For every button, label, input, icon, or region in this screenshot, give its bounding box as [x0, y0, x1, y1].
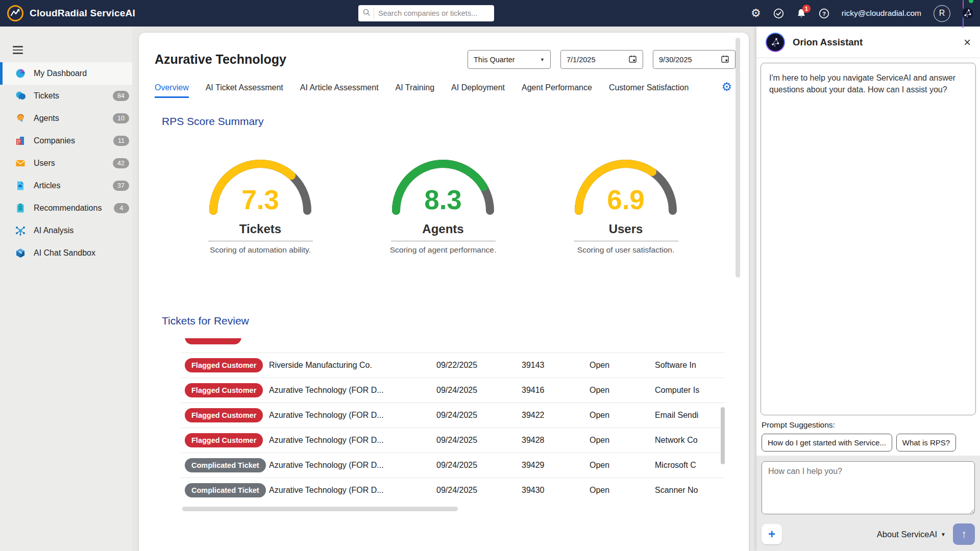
tab-ai-ticket-assessment[interactable]: AI Ticket Assessment	[206, 83, 283, 98]
sidebar-count-badge: 4	[114, 203, 129, 213]
search-divider	[374, 8, 374, 18]
prompt-suggestions-label: Prompt Suggestions:	[762, 420, 975, 430]
svg-text:?: ?	[822, 10, 826, 16]
close-icon[interactable]: ×	[964, 36, 971, 48]
table-horizontal-scrollbar[interactable]	[182, 507, 458, 511]
prompt-suggestions: Prompt Suggestions: How do I get started…	[756, 417, 980, 456]
tickets-review-table[interactable]: Flagged Customer Riverside Manufacturing…	[181, 338, 725, 511]
cell-company: Azurative Technology (FOR D...	[265, 461, 436, 470]
chevron-down-icon: ▼	[941, 532, 946, 537]
chat-bubbles-icon	[15, 90, 26, 102]
search-input[interactable]	[378, 9, 490, 17]
chat-input[interactable]	[762, 461, 975, 514]
calendar-icon	[721, 55, 729, 65]
user-avatar[interactable]: R	[934, 5, 950, 22]
table-vertical-scrollbar[interactable]	[721, 407, 725, 464]
top-navbar: CloudRadial ServiceAI ⚙ 1 ? ricky@cloudr…	[0, 0, 980, 27]
sidebar-item-recommendations[interactable]: Recommendations 4	[0, 197, 132, 219]
rps-score-summary-heading: RPS Score Summary	[162, 115, 749, 128]
table-row[interactable]: Flagged Customer Azurative Technology (F…	[181, 403, 725, 428]
table-row[interactable]: Flagged Customer Riverside Manufacturing…	[181, 353, 725, 378]
cell-date: 09/24/2025	[436, 461, 522, 470]
main-vertical-scrollbar[interactable]	[736, 33, 740, 538]
person-icon	[15, 113, 26, 124]
date-from-input[interactable]: 7/1/2025	[560, 50, 643, 69]
gauge-agents: 8.3 Agents Scoring of agent performance.	[366, 155, 520, 255]
suggestion-chip-what-is-rps[interactable]: What is RPS?	[896, 434, 956, 452]
sidebar-item-label: Tickets	[34, 91, 59, 101]
network-nodes-icon	[15, 225, 26, 236]
sidebar-item-tickets[interactable]: Tickets 84	[0, 85, 132, 107]
sidebar-item-label: AI Analysis	[34, 226, 74, 235]
table-row[interactable]: Complicated Ticket Azurative Technology …	[181, 453, 725, 478]
sidebar-item-label: AI Chat Sandbox	[34, 248, 95, 258]
table-row[interactable]: Flagged Customer Azurative Technology (F…	[181, 378, 725, 403]
gauge-label: Tickets	[184, 222, 337, 236]
sidebar-item-ai-chat-sandbox[interactable]: AI Chat Sandbox	[0, 242, 132, 264]
scope-select[interactable]: About ServiceAI ▼	[877, 530, 946, 539]
orion-constellation-icon	[963, 8, 973, 18]
gauge-description: Scoring of user satisfaction.	[549, 245, 702, 255]
cell-category: Computer Is	[655, 386, 701, 395]
tab-settings-gear-icon[interactable]: ⚙	[721, 80, 732, 94]
sidebar-item-users[interactable]: Users 42	[0, 152, 132, 174]
sidebar-item-ai-analysis[interactable]: AI Analysis	[0, 219, 132, 242]
help-circle-icon[interactable]: ?	[819, 8, 829, 19]
flagged-customer-badge: Flagged Customer	[185, 383, 263, 397]
tab-ai-deployment[interactable]: AI Deployment	[451, 83, 505, 98]
tabs-bar: Overview AI Ticket Assessment AI Article…	[139, 69, 749, 98]
cell-status: Open	[590, 386, 655, 395]
sidebar-count-badge: 11	[113, 136, 129, 146]
gauge-tickets: 7.3 Tickets Scoring of automation abilit…	[184, 155, 337, 255]
document-icon	[15, 180, 26, 191]
sidebar-item-agents[interactable]: Agents 10	[0, 107, 132, 130]
tab-agent-performance[interactable]: Agent Performance	[522, 83, 592, 98]
sidebar-item-label: My Dashboard	[34, 69, 87, 78]
suggestion-chip-get-started[interactable]: How do I get started with Service...	[762, 434, 892, 452]
gauge-rule	[574, 241, 678, 241]
cell-date: 09/24/2025	[436, 486, 522, 495]
cell-category: Scanner No	[655, 486, 701, 495]
global-search[interactable]	[358, 5, 494, 21]
chevron-down-icon: ▼	[540, 57, 545, 62]
notifications-bell-icon[interactable]: 1	[796, 8, 806, 19]
cell-company: Riverside Manufacturing Co.	[265, 361, 436, 370]
clipboard-icon	[15, 203, 26, 214]
sidebar-item-companies[interactable]: Companies 11	[0, 130, 132, 152]
cell-date: 09/24/2025	[436, 386, 522, 395]
sidebar-item-my-dashboard[interactable]: My Dashboard	[0, 62, 132, 85]
tab-customer-satisfaction[interactable]: Customer Satisfaction	[609, 83, 689, 98]
orion-assistant-panel: Orion Assistant × I'm here to help you n…	[756, 27, 980, 551]
sidebar-item-label: Users	[34, 159, 55, 168]
orion-avatar-button[interactable]	[963, 0, 973, 28]
tab-ai-article-assessment[interactable]: AI Article Assessment	[300, 83, 379, 98]
add-attachment-button[interactable]: +	[762, 524, 782, 544]
table-row[interactable]: Flagged Customer Azurative Technology (F…	[181, 428, 725, 453]
envelope-icon	[15, 158, 26, 169]
sidebar-item-label: Recommendations	[34, 204, 102, 213]
check-circle-icon[interactable]	[773, 8, 784, 19]
gauge-value: 6.9	[549, 184, 702, 215]
orion-header: Orion Assistant ×	[756, 27, 980, 58]
cell-date: 09/22/2025	[436, 361, 522, 370]
sidebar-item-articles[interactable]: Articles 37	[0, 174, 132, 197]
date-to-input[interactable]: 9/30/2025	[653, 50, 736, 69]
cell-company: Azurative Technology (FOR D...	[265, 411, 436, 420]
tab-ai-training[interactable]: AI Training	[396, 83, 434, 98]
cell-status: Open	[590, 436, 655, 445]
send-button[interactable]: ↑	[953, 523, 975, 545]
gauge-value: 8.3	[366, 184, 520, 215]
cell-company: Azurative Technology (FOR D...	[265, 486, 436, 495]
main-area: Azurative Technology This Quarter ▼ 7/1/…	[132, 27, 756, 551]
settings-gear-icon[interactable]: ⚙	[751, 8, 761, 19]
table-row[interactable]: Complicated Ticket Azurative Technology …	[181, 478, 725, 503]
sidebar-count-badge: 84	[113, 91, 129, 101]
tab-overview[interactable]: Overview	[155, 83, 189, 98]
user-email[interactable]: ricky@cloudradial.com	[842, 9, 921, 18]
hamburger-menu-icon[interactable]	[13, 46, 23, 54]
period-select[interactable]: This Quarter ▼	[468, 50, 551, 69]
calendar-icon	[628, 55, 637, 65]
cell-category: Email Sendi	[655, 411, 701, 420]
notification-count-badge: 1	[802, 5, 811, 13]
gauge-description: Scoring of agent performance.	[366, 245, 520, 255]
